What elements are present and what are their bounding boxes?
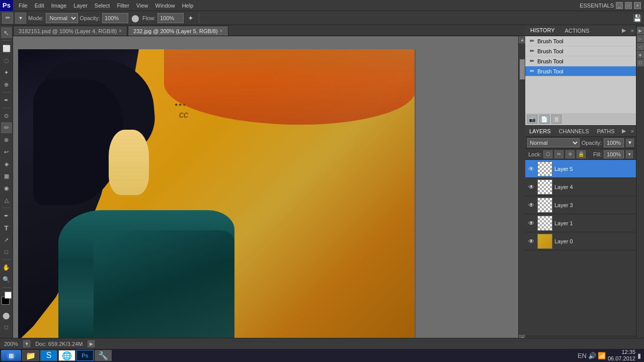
tab-1[interactable]: 3182151.psd @ 100% (Layer 4, RGB/8) × <box>13 26 127 36</box>
strip-btn-3[interactable]: ◁ <box>637 43 644 50</box>
eyedropper-tool[interactable]: ✒ <box>1 95 12 106</box>
tab-2-close[interactable]: × <box>220 28 223 34</box>
layer-0-visibility[interactable]: 👁 <box>527 237 535 245</box>
channels-tab[interactable]: CHANNELS <box>555 126 593 136</box>
screen-mode-btn[interactable]: □ <box>1 322 12 333</box>
history-tab[interactable]: HISTORY <box>525 25 560 36</box>
layer-5-visibility[interactable]: 👁 <box>527 165 535 173</box>
menu-select[interactable]: Select <box>91 2 114 10</box>
quick-select-tool[interactable]: ✦ <box>1 67 12 78</box>
shape-tool[interactable]: □ <box>1 246 12 257</box>
healing-brush-tool[interactable]: ⊙ <box>1 110 12 121</box>
airbrush-icon[interactable]: ⬤ <box>130 13 140 23</box>
save-icon[interactable]: 💾 <box>632 13 642 23</box>
marquee-tool[interactable]: ⬜ <box>1 43 12 54</box>
zoom-tool[interactable]: 🔍 <box>1 274 12 285</box>
zoom-arrow[interactable]: ▼ <box>23 340 30 347</box>
lock-image-btn[interactable]: ✏ <box>554 150 564 158</box>
brush-preset-icon[interactable]: ▼ <box>15 13 26 24</box>
history-options-btn[interactable]: ▶ <box>619 27 629 34</box>
move-tool[interactable]: ↖ <box>1 27 12 38</box>
layer-4-visibility[interactable]: 👁 <box>527 183 535 191</box>
eraser-tool[interactable]: ◈ <box>1 158 12 169</box>
layer-item-3[interactable]: 👁 Layer 3 <box>525 196 636 214</box>
blend-mode-select[interactable]: Normal <box>527 138 580 147</box>
layer-3-visibility[interactable]: 👁 <box>527 201 535 209</box>
taskbar-extra-app[interactable]: 🔧 <box>95 350 112 361</box>
lock-all-btn[interactable]: 🔒 <box>577 150 586 158</box>
paths-tab[interactable]: PATHS <box>593 126 619 136</box>
mode-select[interactable]: Normal <box>46 13 78 23</box>
network-icon[interactable]: 📶 <box>598 352 606 359</box>
lock-transparent-btn[interactable]: ⬡ <box>543 150 552 158</box>
strip-btn-5[interactable]: ⊡ <box>637 59 644 66</box>
layer-item-0[interactable]: 👁 Layer 0 <box>525 232 636 250</box>
v-scroll-thumb[interactable] <box>520 59 525 79</box>
show-desktop-btn[interactable]: ▮ <box>637 352 641 359</box>
strip-btn-1[interactable]: ▶ <box>637 27 644 34</box>
history-item-0[interactable]: ✏ Brush Tool <box>525 36 636 46</box>
crop-tool[interactable]: ⊕ <box>1 79 12 90</box>
layers-options-btn[interactable]: ▶ <box>619 128 629 134</box>
brush-tool[interactable]: ✏ <box>1 122 12 133</box>
lock-position-btn[interactable]: ✛ <box>566 150 575 158</box>
flow-input[interactable] <box>157 13 184 23</box>
canvas-image[interactable]: cc ✦✦✦ <box>18 49 416 341</box>
taskbar-chrome[interactable]: 🌐 <box>58 350 75 361</box>
history-brush-tool[interactable]: ↩ <box>1 146 12 157</box>
pen-tool[interactable]: ✒ <box>1 210 12 221</box>
opacity-input[interactable] <box>102 13 128 23</box>
color-swatches[interactable] <box>2 292 12 305</box>
create-snapshot-btn[interactable]: 📷 <box>527 115 537 124</box>
lasso-tool[interactable]: ◌ <box>1 55 12 66</box>
quick-mask-btn[interactable]: ⬤ <box>1 310 12 321</box>
scroll-up-btn[interactable]: ▲ <box>519 36 525 43</box>
history-item-3[interactable]: ✏ Brush Tool <box>525 66 636 76</box>
brush-tool-icon[interactable]: ✏ <box>2 13 13 24</box>
menu-filter[interactable]: Filter <box>113 2 132 10</box>
dodge-tool[interactable]: △ <box>1 195 12 206</box>
taskbar-explorer[interactable]: 📁 <box>22 350 39 361</box>
menu-window[interactable]: Window <box>152 2 179 10</box>
text-tool[interactable]: T <box>1 222 12 233</box>
tab-2[interactable]: 232.jpg @ 200% (Layer 5, RGB/8) × <box>128 26 228 36</box>
strip-btn-2[interactable]: ▷ <box>637 35 644 42</box>
create-new-doc-btn[interactable]: 📄 <box>539 115 549 124</box>
menu-image[interactable]: Image <box>48 2 70 10</box>
volume-icon[interactable]: 🔊 <box>588 352 596 359</box>
tab-1-close[interactable]: × <box>119 28 122 34</box>
canvas-container[interactable]: cc ✦✦✦ <box>13 36 525 349</box>
fill-value-input[interactable] <box>604 150 624 158</box>
menu-view[interactable]: View <box>133 2 152 10</box>
gradient-tool[interactable]: ▦ <box>1 170 12 182</box>
delete-state-btn[interactable]: 🗑 <box>551 115 561 124</box>
actions-tab[interactable]: ACTIONS <box>560 25 595 36</box>
clone-stamp-tool[interactable]: ⊗ <box>1 134 12 145</box>
history-item-2[interactable]: ✏ Brush Tool <box>525 56 636 66</box>
blur-tool[interactable]: ◉ <box>1 183 12 194</box>
hand-tool[interactable]: ✋ <box>1 262 12 273</box>
close-button[interactable]: × <box>634 2 641 9</box>
layers-tab[interactable]: LAYERS <box>525 126 555 136</box>
opacity-value-input[interactable] <box>604 138 624 147</box>
maximize-button[interactable]: □ <box>625 2 632 9</box>
layer-item-4[interactable]: 👁 Layer 4 <box>525 178 636 196</box>
menu-layer[interactable]: Layer <box>70 2 91 10</box>
strip-btn-4[interactable]: ◈ <box>637 51 644 58</box>
opacity-arrow[interactable]: ▼ <box>626 139 634 147</box>
menu-edit[interactable]: Edit <box>31 2 48 10</box>
taskbar-skype[interactable]: S <box>40 350 57 361</box>
layer-1-visibility[interactable]: 👁 <box>527 219 535 227</box>
start-button[interactable]: ⊞ <box>1 350 21 361</box>
flow-icon[interactable]: ✦ <box>186 13 196 23</box>
menu-help[interactable]: Help <box>179 2 197 10</box>
fill-arrow[interactable]: ▼ <box>626 150 633 158</box>
layer-item-1[interactable]: 👁 Layer 1 <box>525 214 636 232</box>
history-close-btn[interactable]: × <box>629 28 636 34</box>
layers-close-btn[interactable]: × <box>629 128 636 134</box>
minimize-button[interactable]: _ <box>616 2 623 9</box>
v-scrollbar[interactable]: ▲ ▼ <box>518 36 525 342</box>
layer-item-5[interactable]: 👁 Layer 5 <box>525 160 636 178</box>
taskbar-photoshop[interactable]: Ps <box>76 350 94 361</box>
history-item-1[interactable]: ✏ Brush Tool <box>525 46 636 56</box>
